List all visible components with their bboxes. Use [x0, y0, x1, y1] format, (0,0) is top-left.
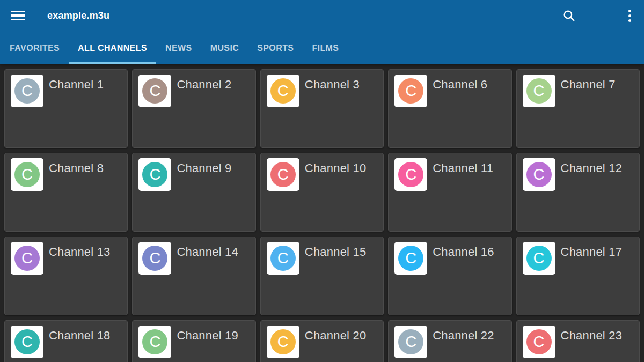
channel-logo: C: [138, 158, 171, 191]
tab-bar: FAVORITES ALL CHANNELS NEWS MUSIC SPORTS…: [0, 31, 644, 64]
tab-news[interactable]: NEWS: [156, 31, 201, 64]
channel-logo: C: [11, 326, 43, 358]
tab-label: NEWS: [165, 43, 192, 53]
channel-logo-letter: C: [149, 167, 160, 182]
page-title: example.m3u: [47, 10, 562, 21]
channel-logo: C: [267, 158, 299, 191]
channel-logo: C: [138, 75, 171, 107]
channel-grid: C Channel 1 C Channel 2 C Channel 3 C Ch…: [4, 69, 640, 362]
channel-name: Channel 20: [305, 329, 367, 343]
appbar-actions: [562, 9, 632, 23]
channel-card[interactable]: C Channel 1: [4, 69, 128, 148]
channel-name: Channel 23: [561, 329, 623, 343]
channel-name: Channel 6: [433, 78, 487, 92]
channel-name: Channel 11: [433, 161, 493, 175]
channel-name: Channel 18: [49, 329, 111, 343]
channel-logo: C: [394, 242, 427, 275]
channel-logo-letter: C: [405, 83, 416, 99]
channel-logo-circle: C: [526, 246, 552, 271]
channel-card[interactable]: C Channel 11: [388, 153, 511, 232]
channel-logo-circle: C: [526, 329, 552, 354]
channel-logo-letter: C: [533, 250, 545, 266]
channel-logo-letter: C: [277, 83, 289, 99]
tab-films[interactable]: FILMS: [303, 31, 348, 64]
channel-logo-letter: C: [21, 83, 33, 99]
channel-logo-circle: C: [142, 246, 167, 271]
channel-logo-circle: C: [398, 246, 423, 271]
channel-card[interactable]: C Channel 19: [132, 320, 255, 362]
channel-card[interactable]: C Channel 9: [132, 153, 255, 232]
channel-logo: C: [267, 75, 299, 107]
channel-logo: C: [394, 158, 427, 191]
channel-logo-circle: C: [398, 329, 423, 354]
channel-logo-letter: C: [277, 250, 289, 266]
channel-logo: C: [394, 326, 427, 358]
channel-logo: C: [523, 242, 555, 275]
channel-logo-circle: C: [270, 162, 296, 187]
channel-name: Channel 15: [305, 245, 367, 259]
channel-logo-circle: C: [270, 78, 296, 104]
channel-name: Channel 2: [177, 78, 231, 92]
channel-name: Channel 9: [177, 161, 231, 175]
channel-card[interactable]: C Channel 7: [516, 69, 640, 148]
overflow-menu-icon[interactable]: [628, 10, 632, 22]
channel-logo-letter: C: [277, 334, 289, 350]
tab-label: FAVORITES: [10, 43, 60, 53]
app-bar: example.m3u: [0, 0, 644, 31]
channel-card[interactable]: C Channel 10: [260, 153, 384, 232]
tab-label: FILMS: [312, 43, 339, 53]
channel-logo-circle: C: [14, 329, 40, 354]
channel-logo-letter: C: [21, 250, 33, 266]
channel-logo: C: [523, 75, 555, 107]
search-icon[interactable]: [562, 9, 576, 23]
channel-logo: C: [11, 75, 43, 107]
channel-name: Channel 1: [49, 78, 104, 92]
channel-name: Channel 22: [433, 329, 494, 343]
channel-card[interactable]: C Channel 22: [388, 320, 511, 362]
channel-logo: C: [267, 326, 299, 358]
channel-card[interactable]: C Channel 13: [4, 237, 128, 315]
channel-name: Channel 16: [433, 245, 494, 259]
channel-card[interactable]: C Channel 12: [516, 153, 640, 232]
channel-logo-circle: C: [398, 78, 423, 104]
channel-logo-circle: C: [142, 162, 167, 187]
channel-logo-circle: C: [142, 78, 167, 104]
channel-logo-letter: C: [149, 250, 160, 266]
channel-logo: C: [138, 242, 171, 275]
tab-favorites[interactable]: FAVORITES: [1, 31, 69, 64]
channel-card[interactable]: C Channel 20: [260, 320, 384, 362]
channel-logo-circle: C: [270, 246, 296, 271]
channel-card[interactable]: C Channel 17: [516, 237, 640, 315]
channel-card[interactable]: C Channel 6: [388, 69, 511, 148]
channel-logo-letter: C: [533, 167, 545, 182]
channel-card[interactable]: C Channel 3: [260, 69, 384, 148]
channel-card[interactable]: C Channel 23: [516, 320, 640, 362]
channel-card[interactable]: C Channel 8: [4, 153, 128, 232]
channel-card[interactable]: C Channel 14: [132, 237, 255, 315]
channel-card[interactable]: C Channel 2: [132, 69, 255, 148]
channel-logo-circle: C: [270, 329, 296, 354]
channel-logo: C: [394, 75, 427, 107]
channel-card[interactable]: C Channel 15: [260, 237, 384, 315]
channel-logo-circle: C: [142, 329, 167, 354]
channel-name: Channel 19: [177, 329, 238, 343]
channel-logo: C: [523, 158, 555, 191]
menu-icon[interactable]: [11, 11, 25, 21]
channel-logo-letter: C: [21, 334, 33, 350]
channel-logo-circle: C: [14, 246, 40, 271]
tab-music[interactable]: MUSIC: [201, 31, 248, 64]
channel-logo: C: [523, 326, 555, 358]
channel-logo-letter: C: [405, 250, 416, 266]
tab-label: ALL CHANNELS: [78, 43, 147, 53]
channel-card[interactable]: C Channel 16: [388, 237, 511, 315]
tab-sports[interactable]: SPORTS: [248, 31, 303, 64]
tab-all-channels[interactable]: ALL CHANNELS: [69, 31, 156, 64]
channel-logo-circle: C: [14, 78, 40, 104]
channel-logo-circle: C: [526, 78, 552, 104]
channel-card[interactable]: C Channel 18: [4, 320, 128, 362]
channel-logo-letter: C: [405, 334, 416, 350]
channel-logo-letter: C: [533, 83, 545, 99]
grid-view-icon[interactable]: [595, 11, 609, 20]
channel-logo-circle: C: [14, 162, 40, 187]
channel-logo-circle: C: [526, 162, 552, 187]
